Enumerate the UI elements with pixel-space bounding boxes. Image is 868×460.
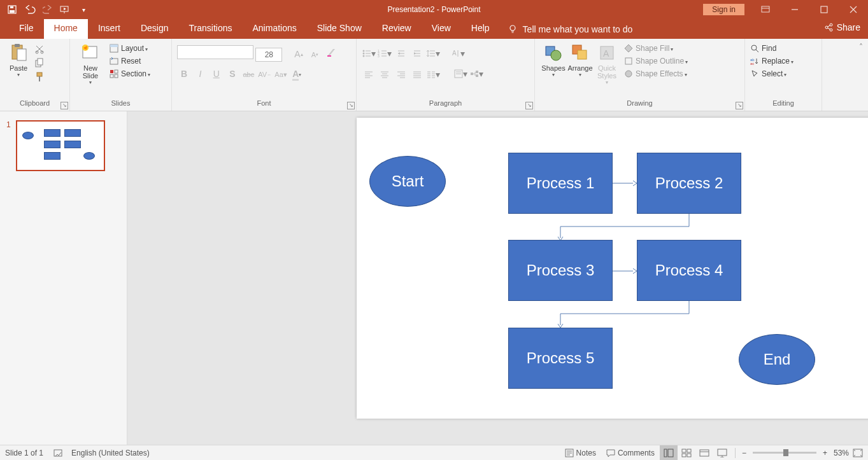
shapes-button[interactable]: Shapes▾ xyxy=(540,41,567,78)
shadow-icon[interactable]: S xyxy=(225,67,239,81)
tab-home[interactable]: Home xyxy=(44,19,88,39)
zoom-out-button[interactable]: − xyxy=(739,449,749,457)
font-dialog-launcher[interactable]: ↘ xyxy=(347,102,355,109)
line-spacing-icon[interactable]: ▾ xyxy=(426,46,440,60)
clear-formatting-icon[interactable] xyxy=(324,45,338,59)
redo-icon[interactable] xyxy=(41,3,55,17)
character-spacing-icon[interactable]: AV↔ xyxy=(258,67,272,81)
tab-insert[interactable]: Insert xyxy=(88,19,131,39)
new-slide-button[interactable]: New Slide ▾ xyxy=(75,41,106,85)
numbering-icon[interactable]: 123▾ xyxy=(378,46,392,60)
shape-process-3[interactable]: Process 3 xyxy=(508,240,613,301)
tab-slideshow[interactable]: Slide Show xyxy=(307,19,372,39)
copy-icon[interactable] xyxy=(34,58,45,68)
close-icon[interactable] xyxy=(839,0,868,19)
collapse-ribbon-icon[interactable]: ˄ xyxy=(859,43,863,52)
shape-process-2[interactable]: Process 2 xyxy=(637,153,741,214)
font-size-input[interactable]: 28 xyxy=(255,48,282,62)
columns-icon[interactable]: ▾ xyxy=(426,67,440,81)
tab-file[interactable]: File xyxy=(9,19,44,39)
language-indicator[interactable]: English (United States) xyxy=(71,449,150,457)
align-center-icon[interactable] xyxy=(378,67,392,81)
slide[interactable]: Start Process 1 Process 2 Process 3 Proc… xyxy=(357,118,868,419)
fit-to-window-icon[interactable] xyxy=(853,449,863,457)
layout-button[interactable]: Layout xyxy=(110,44,150,53)
ribbon-display-options-icon[interactable] xyxy=(751,0,780,19)
drawing-dialog-launcher[interactable]: ↘ xyxy=(736,102,743,109)
slideshow-view-icon[interactable] xyxy=(713,445,731,461)
start-from-beginning-icon[interactable] xyxy=(59,3,73,17)
find-button[interactable]: Find xyxy=(750,44,793,53)
tab-transitions[interactable]: Transitions xyxy=(179,19,243,39)
shape-process-1[interactable]: Process 1 xyxy=(508,153,613,214)
bullets-icon[interactable]: ▾ xyxy=(362,46,376,60)
quick-styles-button[interactable]: A Quick Styles▾ xyxy=(594,41,620,85)
align-left-icon[interactable] xyxy=(362,67,376,81)
arrow-p3-p4[interactable] xyxy=(613,267,637,275)
paragraph-dialog-launcher[interactable]: ↘ xyxy=(525,102,533,109)
slide-sorter-view-icon[interactable] xyxy=(678,445,695,461)
align-right-icon[interactable] xyxy=(394,67,408,81)
maximize-icon[interactable] xyxy=(809,0,839,19)
normal-view-icon[interactable] xyxy=(660,445,678,461)
tab-help[interactable]: Help xyxy=(461,19,500,39)
tab-review[interactable]: Review xyxy=(372,19,422,39)
slide-thumbnail-1[interactable] xyxy=(16,120,105,171)
arrange-label: Arrange xyxy=(567,64,594,72)
paste-button[interactable]: Paste ▾ xyxy=(5,41,32,78)
section-button[interactable]: Section xyxy=(110,69,150,78)
bold-icon[interactable]: B xyxy=(177,67,191,81)
zoom-in-button[interactable]: + xyxy=(820,449,830,457)
decrease-font-icon[interactable]: A▾ xyxy=(308,48,322,62)
font-name-input[interactable] xyxy=(177,45,253,59)
minimize-icon[interactable] xyxy=(780,0,809,19)
clipboard-dialog-launcher[interactable]: ↘ xyxy=(60,102,68,109)
shape-start[interactable]: Start xyxy=(369,156,446,207)
undo-icon[interactable] xyxy=(23,3,37,17)
change-case-icon[interactable]: Aa▾ xyxy=(274,68,288,82)
arrow-p4-p5[interactable] xyxy=(557,301,693,329)
shape-effects-button[interactable]: Shape Effects xyxy=(624,69,688,78)
slide-canvas-area[interactable]: Start Process 1 Process 2 Process 3 Proc… xyxy=(127,111,868,445)
qat-customize-icon[interactable]: ▾ xyxy=(76,3,90,17)
align-text-icon[interactable]: ▾ xyxy=(453,67,467,81)
font-color-icon[interactable]: A▾ xyxy=(290,68,304,82)
slide-counter[interactable]: Slide 1 of 1 xyxy=(5,449,43,457)
arrow-p1-p2[interactable] xyxy=(613,179,637,188)
tab-view[interactable]: View xyxy=(422,19,461,39)
format-painter-icon[interactable] xyxy=(34,72,45,82)
comments-button[interactable]: Comments xyxy=(601,445,660,461)
cut-icon[interactable] xyxy=(34,44,45,54)
smartart-icon[interactable]: ▾ xyxy=(469,67,483,81)
shape-process-5[interactable]: Process 5 xyxy=(508,328,613,389)
arrange-button[interactable]: Arrange▾ xyxy=(567,41,594,78)
shape-outline-button[interactable]: Shape Outline xyxy=(624,57,688,66)
spell-check-icon[interactable] xyxy=(53,449,64,457)
group-editing: Find abacReplace Select Editing xyxy=(745,39,822,111)
reset-button[interactable]: Reset xyxy=(110,57,150,66)
italic-icon[interactable]: I xyxy=(193,67,207,81)
zoom-level[interactable]: 53% xyxy=(830,449,853,457)
notes-button[interactable]: Notes xyxy=(560,445,601,461)
increase-indent-icon[interactable] xyxy=(410,46,424,60)
sign-in-button[interactable]: Sign in xyxy=(703,4,744,15)
shape-process-4[interactable]: Process 4 xyxy=(637,240,741,301)
decrease-indent-icon[interactable] xyxy=(394,46,408,60)
shape-fill-button[interactable]: Shape Fill xyxy=(624,44,688,53)
tab-design[interactable]: Design xyxy=(131,19,179,39)
justify-icon[interactable] xyxy=(410,67,424,81)
shape-end[interactable]: End xyxy=(739,334,815,385)
strikethrough-icon[interactable]: abc xyxy=(241,67,255,81)
tell-me-search[interactable]: Tell me what you want to do xyxy=(500,19,641,39)
replace-button[interactable]: abacReplace xyxy=(750,57,793,66)
save-icon[interactable] xyxy=(5,3,19,17)
zoom-slider[interactable] xyxy=(753,452,816,454)
arrow-p2-p3[interactable] xyxy=(557,214,693,242)
text-direction-icon[interactable]: A▾ xyxy=(451,46,465,60)
tab-animations[interactable]: Animations xyxy=(242,19,306,39)
underline-icon[interactable]: U xyxy=(210,67,224,81)
increase-font-icon[interactable]: A▴ xyxy=(292,47,306,61)
reading-view-icon[interactable] xyxy=(695,445,713,461)
select-button[interactable]: Select xyxy=(750,69,793,78)
share-button[interactable]: Share xyxy=(824,22,860,32)
